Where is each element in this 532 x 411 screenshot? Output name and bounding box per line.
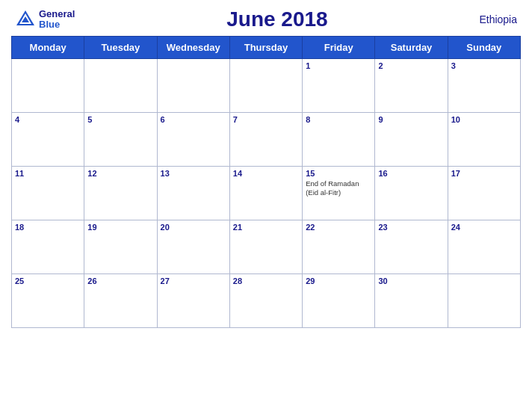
- day-number: 8: [306, 115, 371, 124]
- calendar-cell: [157, 59, 229, 113]
- day-number: 2: [378, 61, 444, 70]
- calendar-cell: 28: [229, 274, 302, 328]
- day-number: 12: [87, 169, 153, 178]
- calendar-cell: [84, 59, 157, 113]
- calendar-week-row: 45678910: [12, 113, 521, 167]
- calendar-cell: 30: [375, 274, 448, 328]
- calendar-cell: 16: [375, 167, 448, 220]
- calendar-cell: 11: [12, 167, 84, 220]
- calendar-week-row: 252627282930: [12, 274, 521, 328]
- logo: General Blue: [15, 9, 75, 31]
- calendar-cell: 15End of Ramadan (Eid al-Fitr): [303, 167, 375, 220]
- day-number: 29: [306, 276, 371, 285]
- day-number: 15: [306, 169, 371, 178]
- calendar-week-row: 1112131415End of Ramadan (Eid al-Fitr)16…: [12, 167, 521, 220]
- calendar-cell: 10: [448, 113, 520, 167]
- calendar-cell: 29: [303, 274, 375, 328]
- calendar-cell: 8: [303, 113, 375, 167]
- day-number: 22: [306, 223, 371, 232]
- day-number: 3: [451, 61, 517, 70]
- day-number: 1: [306, 61, 371, 70]
- weekday-header-wednesday: Wednesday: [157, 37, 229, 59]
- weekday-header-monday: Monday: [12, 37, 84, 59]
- calendar-cell: 13: [157, 167, 229, 220]
- calendar-cell: 6: [157, 113, 229, 167]
- day-number: 23: [378, 223, 444, 232]
- calendar-cell: 25: [12, 274, 84, 328]
- weekday-header-tuesday: Tuesday: [84, 37, 157, 59]
- calendar-cell: 21: [229, 220, 302, 274]
- weekday-header-saturday: Saturday: [375, 37, 448, 59]
- calendar-cell: 3: [448, 59, 520, 113]
- calendar-cell: 27: [157, 274, 229, 328]
- calendar-cell: 12: [84, 167, 157, 220]
- day-number: 21: [233, 223, 299, 232]
- weekday-header-thursday: Thursday: [229, 37, 302, 59]
- calendar-title: June 2018: [226, 7, 327, 31]
- country-label: Ethiopia: [479, 13, 517, 25]
- calendar-cell: 7: [229, 113, 302, 167]
- calendar-cell: 19: [84, 220, 157, 274]
- calendar-cell: 5: [84, 113, 157, 167]
- day-number: 26: [87, 276, 153, 285]
- day-number: 10: [451, 115, 517, 124]
- calendar-cell: 4: [12, 113, 84, 167]
- day-number: 11: [15, 169, 81, 178]
- calendar-cell: 1: [303, 59, 375, 113]
- day-number: 5: [87, 115, 153, 124]
- calendar-table: MondayTuesdayWednesdayThursdayFridaySatu…: [11, 36, 521, 328]
- calendar-week-row: 123: [12, 59, 521, 113]
- weekday-header-sunday: Sunday: [448, 37, 520, 59]
- calendar-cell: [229, 59, 302, 113]
- calendar-cell: 26: [84, 274, 157, 328]
- day-number: 14: [233, 169, 299, 178]
- weekday-header-row: MondayTuesdayWednesdayThursdayFridaySatu…: [12, 37, 521, 59]
- calendar-header: General Blue June 2018 Ethiopia: [11, 7, 521, 31]
- day-number: 17: [451, 169, 517, 178]
- day-number: 9: [378, 115, 444, 124]
- day-event: End of Ramadan (Eid al-Fitr): [306, 179, 371, 198]
- calendar-cell: 9: [375, 113, 448, 167]
- day-number: 25: [15, 276, 81, 285]
- calendar-week-row: 18192021222324: [12, 220, 521, 274]
- logo-text: General Blue: [39, 9, 75, 31]
- day-number: 18: [15, 223, 81, 232]
- day-number: 19: [87, 223, 153, 232]
- day-number: 13: [161, 169, 226, 178]
- page: General Blue June 2018 Ethiopia MondayTu…: [0, 0, 532, 411]
- calendar-cell: 20: [157, 220, 229, 274]
- day-number: 27: [161, 276, 226, 285]
- calendar-cell: 23: [375, 220, 448, 274]
- calendar-cell: 17: [448, 167, 520, 220]
- calendar-cell: 22: [303, 220, 375, 274]
- day-number: 16: [378, 169, 444, 178]
- day-number: 7: [233, 115, 299, 124]
- day-number: 28: [233, 276, 299, 285]
- day-number: 30: [378, 276, 444, 285]
- weekday-header-friday: Friday: [303, 37, 375, 59]
- day-number: 20: [161, 223, 226, 232]
- calendar-cell: [12, 59, 84, 113]
- logo-icon: [15, 9, 36, 30]
- day-number: 4: [15, 115, 81, 124]
- calendar-cell: 18: [12, 220, 84, 274]
- calendar-cell: [448, 274, 520, 328]
- calendar-cell: 2: [375, 59, 448, 113]
- day-number: 24: [451, 223, 517, 232]
- day-number: 6: [161, 115, 226, 124]
- calendar-cell: 24: [448, 220, 520, 274]
- calendar-cell: 14: [229, 167, 302, 220]
